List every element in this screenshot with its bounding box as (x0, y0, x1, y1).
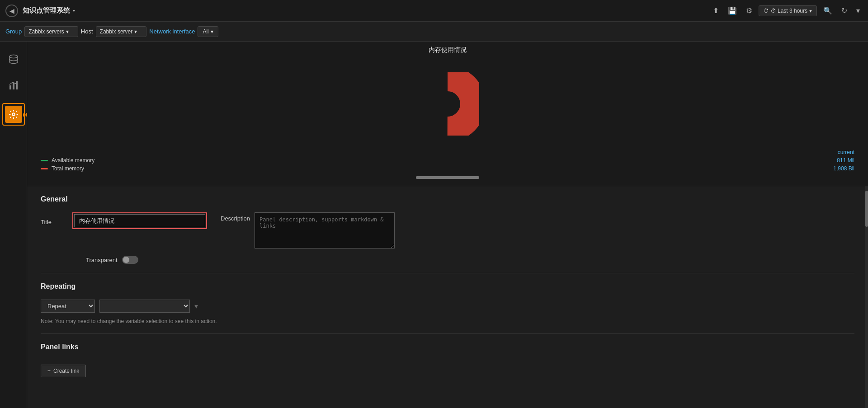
title-field-label: Title (41, 216, 68, 225)
group-filter-label[interactable]: Group (5, 28, 22, 35)
save-button[interactable]: 💾 (725, 5, 740, 17)
save-icon: 💾 (728, 7, 737, 14)
transparent-label: Transparent (86, 257, 118, 263)
repeat-note: Note: You may need to change the variabl… (41, 318, 854, 324)
settings-panel: General Title Description Transpar (27, 186, 868, 408)
total-memory-value: 1,908 Bil (833, 165, 854, 172)
general-section-title: General (41, 195, 854, 203)
available-memory-label: Available memory (52, 157, 94, 164)
sidebar-item-database[interactable] (5, 51, 22, 68)
current-header: current (41, 149, 854, 155)
refresh-icon: ↻ (841, 7, 847, 14)
repeat-dropdown-arrow[interactable]: ▾ (194, 302, 198, 310)
create-link-label: Create link (53, 368, 79, 374)
left-sidebar: ▶ (0, 42, 27, 408)
svg-point-0 (9, 55, 18, 58)
zabbix-servers-arrow: ▾ (66, 28, 69, 35)
settings-scroll-thumb (865, 191, 868, 227)
zabbix-server-arrow: ▾ (134, 28, 137, 35)
top-bar-actions: ⬆ 💾 ⚙ ⏱ ⏱ Last 3 hours ▾ 🔍 ↻ ▾ (710, 5, 863, 17)
chart-section: 内存使用情况 current Available memory (27, 42, 868, 186)
pie-chart-container (27, 59, 868, 149)
clock-icon: ⏱ (764, 8, 769, 14)
repeat-label-dropdown[interactable]: Repeat (41, 300, 95, 313)
gear-icon: ⚙ (746, 7, 752, 14)
svg-point-4 (12, 113, 15, 116)
zabbix-server-dropdown[interactable]: Zabbix server ▾ (96, 26, 147, 37)
svg-rect-2 (13, 83, 14, 89)
title-input[interactable] (74, 214, 205, 227)
svg-point-6 (422, 79, 473, 129)
sidebar-item-settings[interactable] (5, 106, 22, 123)
back-button[interactable]: ◀ (5, 5, 18, 17)
available-memory-value: 811 Mil (837, 157, 854, 164)
legend-total-memory: Total memory 1,908 Bil (41, 165, 854, 172)
search-button[interactable]: 🔍 (821, 5, 835, 17)
create-link-button[interactable]: + Create link (41, 365, 86, 377)
back-icon: ◀ (9, 7, 14, 14)
panel-links-divider (41, 333, 854, 334)
all-filter-dropdown[interactable]: All ▾ (198, 26, 218, 37)
transparent-toggle[interactable] (122, 256, 138, 264)
repeating-divider (41, 273, 854, 273)
share-button[interactable]: ⬆ (710, 5, 722, 17)
settings-scrollbar[interactable] (865, 186, 868, 408)
zabbix-servers-label: Zabbix servers (28, 28, 64, 35)
right-content: 内存使用情况 current Available memory (27, 42, 868, 408)
scrollbar-thumb (416, 176, 479, 179)
top-bar: ◀ 知识点管理系统 ▾ ⬆ 💾 ⚙ ⏱ ⏱ Last 3 hours ▾ 🔍 ↻… (0, 0, 868, 22)
settings-button[interactable]: ⚙ (743, 5, 755, 17)
zabbix-server-label: Zabbix server (100, 28, 133, 35)
sidebar-item-chart[interactable] (5, 77, 22, 94)
refresh-dropdown-icon: ▾ (856, 7, 860, 14)
time-dropdown-icon: ▾ (809, 8, 812, 14)
filter-bar: Group Zabbix servers ▾ Host Zabbix serve… (0, 22, 868, 42)
legend-available-memory: Available memory 811 Mil (41, 157, 854, 164)
transparent-toggle-row: Transparent (86, 256, 854, 264)
repeat-value-dropdown[interactable] (99, 300, 190, 313)
description-textarea[interactable] (255, 212, 395, 249)
total-memory-dot (41, 168, 48, 169)
all-filter-arrow: ▾ (211, 28, 213, 35)
panel-links-section-title: Panel links (41, 343, 854, 351)
description-field-label: Description (221, 212, 250, 222)
create-link-plus-icon: + (47, 368, 51, 374)
scrollbar-track[interactable] (416, 176, 479, 179)
host-filter-label[interactable]: Host (81, 28, 93, 35)
network-interface-label: Network interface (149, 28, 195, 35)
chart-title: 内存使用情况 (27, 42, 868, 59)
app-title-dropdown-icon[interactable]: ▾ (73, 8, 75, 13)
sidebar-item-settings-wrapper: ▶ (2, 103, 25, 126)
repeating-section-title: Repeating (41, 282, 854, 291)
zabbix-servers-dropdown[interactable]: Zabbix servers ▾ (24, 26, 78, 37)
total-memory-label: Total memory (52, 165, 84, 172)
all-filter-label: All (203, 28, 208, 35)
refresh-dropdown-button[interactable]: ▾ (854, 5, 863, 17)
time-range-label: ⏱ Last 3 hours (771, 8, 807, 14)
svg-rect-1 (9, 85, 11, 89)
available-memory-dot (41, 160, 48, 161)
app-title: 知识点管理系统 (23, 6, 70, 15)
search-icon: 🔍 (823, 7, 832, 14)
repeat-row: Repeat ▾ (41, 300, 854, 313)
share-icon: ⬆ (713, 7, 719, 14)
title-field-wrapper (72, 212, 207, 229)
time-range-button[interactable]: ⏱ ⏱ Last 3 hours ▾ (759, 5, 817, 16)
main-area: ▶ 内存使用情况 current (0, 42, 868, 408)
refresh-button[interactable]: ↻ (839, 5, 850, 17)
pie-chart (416, 72, 479, 136)
